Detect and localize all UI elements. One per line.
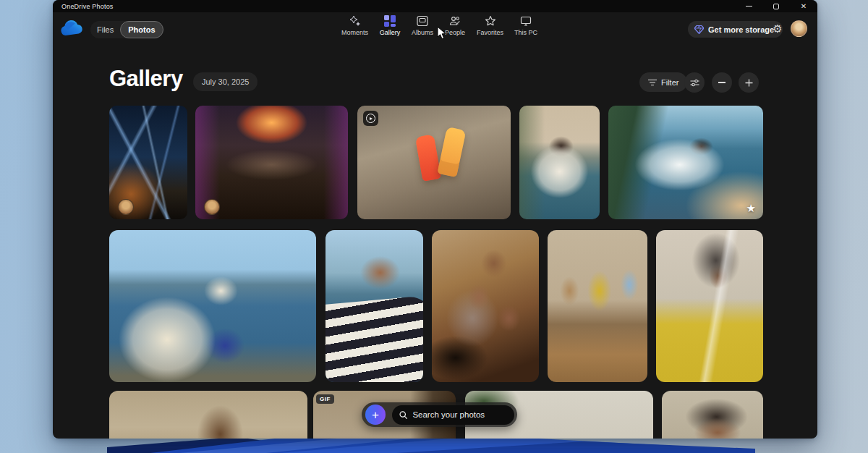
monitor-icon bbox=[520, 14, 532, 27]
date-chip: July 30, 2025 bbox=[193, 72, 258, 91]
photo-boy-boat-wake[interactable]: ★ bbox=[608, 106, 763, 219]
get-more-storage-button[interactable]: Get more storage bbox=[688, 21, 783, 38]
people-avatar-badge bbox=[204, 199, 220, 215]
sliders-icon bbox=[690, 79, 699, 87]
video-popsicles[interactable] bbox=[357, 106, 511, 219]
video-play-badge bbox=[363, 111, 378, 126]
close-button[interactable]: ✕ bbox=[790, 0, 817, 12]
mouse-cursor bbox=[437, 26, 447, 40]
search-input[interactable] bbox=[412, 410, 507, 419]
maximize-button[interactable] bbox=[762, 0, 790, 12]
page-title: Gallery bbox=[109, 66, 183, 92]
minus-icon bbox=[718, 82, 726, 83]
search-field[interactable] bbox=[392, 405, 514, 425]
photo-woman-sunglasses-smile[interactable] bbox=[662, 391, 763, 439]
gear-icon: ⚙ bbox=[773, 22, 782, 35]
photo-woman-yellow-wine[interactable] bbox=[656, 230, 763, 382]
sparkle-icon bbox=[349, 14, 361, 27]
settings-button[interactable]: ⚙ bbox=[770, 21, 786, 37]
photo-festival-crowd[interactable] bbox=[195, 106, 348, 219]
nav-this-pc[interactable]: This PC bbox=[514, 14, 537, 36]
view-options-button[interactable] bbox=[684, 72, 705, 93]
window-title: OneDrive Photos bbox=[53, 3, 114, 10]
gif-badge: GIF bbox=[316, 394, 334, 404]
photo-couple-boat-bay[interactable] bbox=[109, 230, 316, 382]
zoom-out-button[interactable] bbox=[712, 72, 732, 93]
people-avatar-badge bbox=[118, 199, 134, 215]
titlebar[interactable]: OneDrive Photos ✕ bbox=[53, 0, 817, 12]
plus-icon: + bbox=[372, 409, 379, 421]
nav-gallery[interactable]: Gallery bbox=[379, 14, 401, 36]
photo-family-outdoor-dinner[interactable] bbox=[548, 230, 647, 382]
photo-friends-car-selfie[interactable] bbox=[432, 230, 539, 382]
photo-man-striped-shirt[interactable] bbox=[326, 230, 423, 382]
nav-people[interactable]: People bbox=[444, 14, 466, 36]
star-icon bbox=[484, 14, 496, 27]
toggle-photos-selected[interactable]: Photos bbox=[120, 21, 163, 38]
photo-stone-house-group[interactable] bbox=[109, 391, 307, 439]
onedrive-cloud-icon bbox=[59, 20, 82, 37]
filter-button[interactable]: Filter bbox=[639, 72, 687, 92]
filter-lines-icon bbox=[648, 79, 657, 86]
maximize-icon bbox=[773, 4, 779, 9]
magnifier-icon bbox=[399, 410, 407, 420]
nav-favorites[interactable]: Favorites bbox=[477, 14, 503, 36]
nav-moments[interactable]: Moments bbox=[341, 14, 368, 36]
floating-search-bar: + bbox=[362, 402, 517, 427]
favorite-star-badge: ★ bbox=[746, 202, 756, 215]
people-icon bbox=[449, 14, 461, 27]
album-icon bbox=[417, 14, 429, 27]
account-avatar[interactable] bbox=[791, 20, 807, 37]
diamond-icon bbox=[694, 25, 704, 34]
toggle-files[interactable]: Files bbox=[90, 25, 120, 34]
zoom-in-button[interactable] bbox=[739, 72, 759, 93]
view-toggle: Files Photos bbox=[90, 21, 146, 38]
photo-woman-boat-harbor[interactable] bbox=[519, 106, 600, 219]
nav-albums[interactable]: Albums bbox=[412, 14, 433, 36]
minimize-button[interactable] bbox=[735, 0, 762, 12]
grid-icon bbox=[384, 14, 396, 27]
minimize-icon bbox=[746, 6, 752, 7]
add-create-button[interactable]: + bbox=[365, 405, 386, 425]
plus-icon bbox=[745, 79, 753, 87]
photo-concert-light-show[interactable] bbox=[109, 106, 187, 219]
close-icon: ✕ bbox=[801, 3, 807, 10]
onedrive-photos-window: OneDrive Photos ✕ Files Photos Moments bbox=[53, 0, 817, 439]
